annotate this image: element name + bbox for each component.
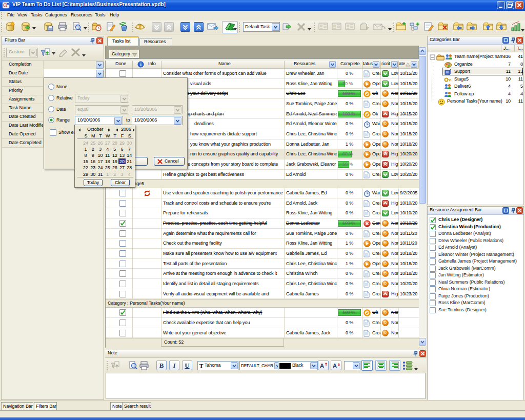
svg-text:A: A [320, 363, 324, 369]
svg-text:A: A [333, 363, 337, 369]
svg-text:i: i [140, 62, 142, 67]
